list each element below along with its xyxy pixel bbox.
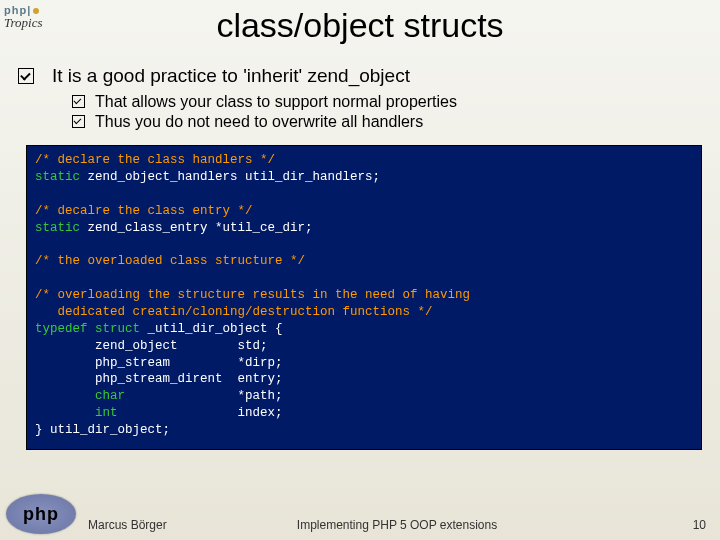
code-text: zend_object std; xyxy=(35,339,268,353)
code-comment: /* declare the class handlers */ xyxy=(35,153,275,167)
code-text xyxy=(35,389,95,403)
sub-bullet-row: That allows your class to support normal… xyxy=(72,93,710,111)
logo-tropics-text: Tropics xyxy=(4,16,43,30)
code-text: php_stream_dirent entry; xyxy=(35,372,283,386)
code-text: *path; xyxy=(125,389,283,403)
checkbox-icon xyxy=(18,68,34,84)
footer-page: 10 xyxy=(693,518,706,532)
code-text xyxy=(35,406,95,420)
sub-bullet-text: Thus you do not need to overwrite all ha… xyxy=(95,113,423,131)
footer-title: Implementing PHP 5 OOP extensions xyxy=(297,518,497,532)
code-comment: /* overloading the structure results in … xyxy=(35,288,470,302)
checkbox-icon xyxy=(72,95,85,108)
code-text: zend_class_entry *util_ce_dir; xyxy=(88,221,313,235)
footer: Marcus Börger Implementing PHP 5 OOP ext… xyxy=(88,518,706,532)
sub-bullet-row: Thus you do not need to overwrite all ha… xyxy=(72,113,710,131)
code-text: _util_dir_object { xyxy=(148,322,283,336)
php-logo-text: php xyxy=(23,504,59,525)
sub-bullets: That allows your class to support normal… xyxy=(72,93,710,131)
code-comment: dedicated creatin/cloning/destruction fu… xyxy=(35,305,433,319)
code-keyword: static xyxy=(35,221,88,235)
checkbox-icon xyxy=(72,115,85,128)
code-text: } util_dir_object; xyxy=(35,423,170,437)
code-text: index; xyxy=(118,406,283,420)
code-keyword: char xyxy=(95,389,125,403)
code-keyword: static xyxy=(35,170,88,184)
main-bullet-row: It is a good practice to 'inherit' zend_… xyxy=(18,65,710,87)
logo-dot-icon xyxy=(33,8,39,14)
slide-title: class/object structs xyxy=(0,6,720,45)
footer-author: Marcus Börger xyxy=(88,518,167,532)
sub-bullet-text: That allows your class to support normal… xyxy=(95,93,457,111)
code-comment: /* decalre the class entry */ xyxy=(35,204,253,218)
slide-content: It is a good practice to 'inherit' zend_… xyxy=(0,65,720,450)
php-logo-icon: php xyxy=(6,494,76,534)
code-text: php_stream *dirp; xyxy=(35,356,283,370)
code-keyword: typedef struct xyxy=(35,322,148,336)
code-block: /* declare the class handlers */ static … xyxy=(26,145,702,450)
main-bullet-text: It is a good practice to 'inherit' zend_… xyxy=(52,65,410,87)
code-comment: /* the overloaded class structure */ xyxy=(35,254,305,268)
code-keyword: int xyxy=(95,406,118,420)
code-text: zend_object_handlers util_dir_handlers; xyxy=(88,170,381,184)
tropics-logo: php| Tropics xyxy=(4,4,43,30)
